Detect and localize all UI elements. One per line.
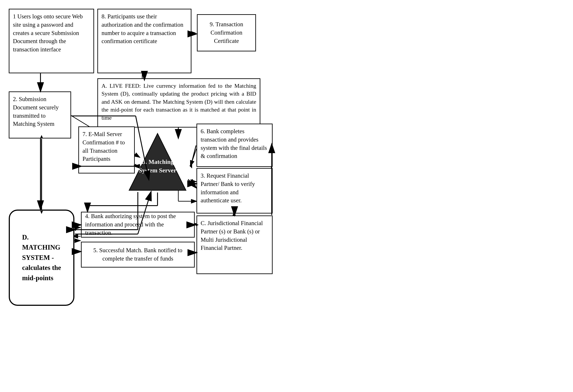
box-c-text: C. Jurisdictional Financial Partner (s) … xyxy=(201,220,263,251)
box-7: 7. E-Mail Server Confirmation # to all T… xyxy=(78,126,135,174)
box-c: C. Jurisdictional Financial Partner (s) … xyxy=(197,215,273,274)
triangle-b-label: B. Matching System Server xyxy=(139,158,176,174)
diagram: 1 Users logs onto secure Web site using … xyxy=(0,0,573,392)
box-2-text: 2. Submission Document securely transmit… xyxy=(13,96,59,127)
svg-line-42 xyxy=(188,179,196,188)
box-9-text: 9. Transaction Confirmation Certificate xyxy=(201,20,252,45)
box-5: 5. Successful Match. Bank notified to co… xyxy=(81,242,195,267)
box-6-text: 6. Bank completes transaction and provid… xyxy=(201,128,267,159)
box-a-text: A. LIVE FEED: Live currency information … xyxy=(102,83,256,121)
box-8-text: 8. Participants use their authorization … xyxy=(102,13,183,44)
svg-line-8 xyxy=(190,149,197,166)
box-3-text: 3. Request Financial Partner/ Bank to ve… xyxy=(201,172,255,204)
box-d-text: D. MATCHING SYSTEM - calculates the mid-… xyxy=(22,232,61,283)
svg-marker-41 xyxy=(189,163,192,168)
box-1-text: 1 Users logs onto secure Web site using … xyxy=(13,13,83,53)
box-5-text: 5. Successful Match. Bank notified to co… xyxy=(85,246,191,263)
triangle-b-container: B. Matching System Server xyxy=(127,131,188,195)
box-7-text: 7. E-Mail Server Confirmation # to all T… xyxy=(83,131,125,162)
box-6: 6. Bank completes transaction and provid… xyxy=(197,124,273,167)
svg-line-40 xyxy=(191,145,196,166)
box-9: 9. Transaction Confirmation Certificate xyxy=(197,14,256,52)
box-1: 1 Users logs onto secure Web site using … xyxy=(9,9,94,73)
box-d: D. MATCHING SYSTEM - calculates the mid-… xyxy=(9,210,74,306)
box-3: 3. Request Financial Partner/ Bank to ve… xyxy=(197,168,273,214)
box-4-text: 4. Bank authorizing system to post the i… xyxy=(85,212,191,237)
box-2: 2. Submission Document securely transmit… xyxy=(9,91,71,139)
box-8: 8. Participants use their authorization … xyxy=(97,9,191,73)
box-a-livefeed: A. LIVE FEED: Live currency information … xyxy=(97,78,260,127)
box-4: 4. Bank authorizing system to post the i… xyxy=(81,212,195,238)
